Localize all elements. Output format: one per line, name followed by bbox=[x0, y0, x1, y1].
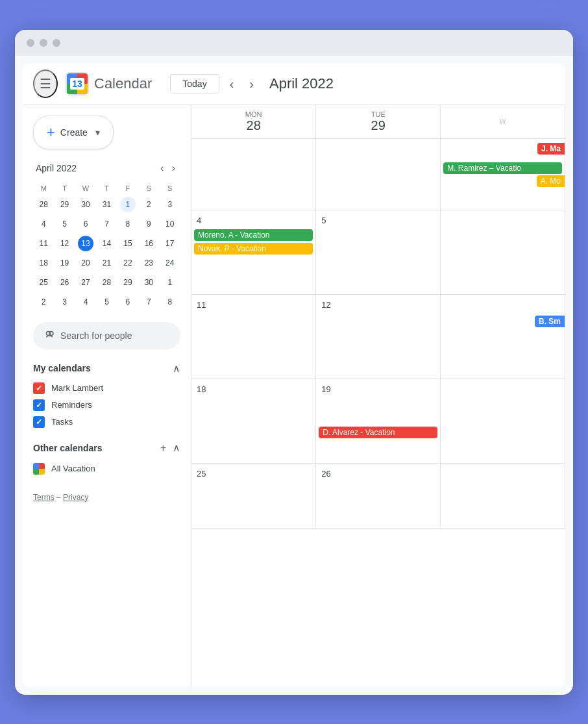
mini-cal-weekday-T2: T bbox=[96, 182, 117, 195]
logo-number: 13 bbox=[70, 78, 84, 90]
calendar-day-apr12[interactable]: 12 bbox=[316, 294, 441, 379]
calendar-day-apr-partial-5[interactable] bbox=[441, 463, 565, 528]
calendar-grid: MON28 TUE29 W bbox=[191, 105, 565, 529]
mini-cal-day[interactable]: 30 bbox=[75, 195, 96, 214]
event-a-mo-partial[interactable]: A. Mo bbox=[537, 175, 565, 187]
mini-cal-day[interactable]: 7 bbox=[96, 214, 117, 234]
event-moreno-vacation[interactable]: Moreno. A - Vacation bbox=[194, 229, 313, 241]
calendar-checkbox-reminders[interactable]: ✓ bbox=[33, 399, 45, 411]
mini-cal-day[interactable]: 31 bbox=[96, 195, 117, 214]
other-calendars-header[interactable]: Other calendars + ∧ bbox=[33, 441, 180, 455]
mini-cal-day[interactable]: 5 bbox=[54, 214, 75, 234]
mini-cal-weekday-T: T bbox=[54, 182, 75, 195]
my-calendar-reminders[interactable]: ✓ Reminders bbox=[33, 397, 180, 414]
my-calendar-tasks[interactable]: ✓ Tasks bbox=[33, 414, 180, 431]
mini-cal-day[interactable]: 1 bbox=[160, 273, 180, 292]
browser-titlebar bbox=[15, 30, 573, 56]
calendar-day-apr11[interactable]: 11 bbox=[191, 294, 316, 379]
mini-cal-day[interactable]: 21 bbox=[96, 253, 117, 273]
mini-cal-week-3: 11 12 13 14 15 16 17 bbox=[33, 234, 180, 253]
mini-cal-day[interactable]: 15 bbox=[117, 234, 138, 253]
my-calendars-header[interactable]: My calendars ∧ bbox=[33, 362, 180, 375]
mini-cal-day-today[interactable]: 13 bbox=[75, 234, 96, 253]
browser-dot-3 bbox=[53, 39, 60, 47]
other-calendar-all-vacation[interactable]: All Vacation bbox=[33, 460, 180, 477]
mini-cal-day[interactable]: 4 bbox=[33, 214, 54, 234]
mini-cal-day[interactable]: 5 bbox=[96, 292, 117, 312]
mini-cal-nav-buttons: ‹ › bbox=[158, 160, 178, 177]
next-month-button[interactable]: › bbox=[244, 73, 259, 95]
mini-cal-day[interactable]: 26 bbox=[54, 273, 75, 292]
calendar-day-apr-partial-4[interactable] bbox=[441, 379, 565, 463]
calendar-checkbox-mark-lambert[interactable]: ✓ bbox=[33, 382, 45, 394]
mini-cal-day[interactable]: 14 bbox=[96, 234, 117, 253]
mini-cal-day[interactable]: 10 bbox=[160, 214, 180, 234]
terms-link[interactable]: Terms bbox=[33, 493, 55, 502]
mini-cal-day[interactable]: 17 bbox=[160, 234, 180, 253]
mini-cal-next-button[interactable]: › bbox=[169, 160, 178, 177]
calendar-checkbox-tasks[interactable]: ✓ bbox=[33, 416, 45, 428]
calendar-day-apr18[interactable]: 18 bbox=[191, 379, 316, 463]
privacy-link[interactable]: Privacy bbox=[63, 493, 88, 502]
mini-cal-day[interactable]: 28 bbox=[33, 195, 54, 214]
calendar-day-apr5[interactable]: 5 bbox=[316, 210, 441, 294]
mini-cal-day[interactable]: 6 bbox=[117, 292, 138, 312]
calendar-day-apr25[interactable]: 25 bbox=[191, 463, 316, 528]
mini-cal-day[interactable]: 22 bbox=[117, 253, 138, 273]
calendar-day-mar29[interactable] bbox=[316, 138, 441, 210]
mini-cal-prev-button[interactable]: ‹ bbox=[158, 160, 166, 177]
mini-cal-day[interactable]: 30 bbox=[138, 273, 159, 292]
mini-cal-day[interactable]: 29 bbox=[117, 273, 138, 292]
mini-cal-day[interactable]: 8 bbox=[160, 292, 180, 312]
mini-cal-day[interactable]: 28 bbox=[96, 273, 117, 292]
calendar-grid-week-2: 4 Moreno. A - Vacation Novak. P - Vacati… bbox=[191, 210, 565, 294]
mini-cal-day[interactable]: 27 bbox=[75, 273, 96, 292]
event-d-alvarez-vacation[interactable]: D. Alvarez - Vacation bbox=[319, 427, 437, 438]
mini-cal-day[interactable]: 16 bbox=[138, 234, 159, 253]
check-icon: ✓ bbox=[36, 384, 42, 393]
calendar-day-apr4[interactable]: 4 Moreno. A - Vacation Novak. P - Vacati… bbox=[191, 210, 316, 294]
calendar-day-apr26[interactable]: 26 bbox=[316, 463, 441, 528]
mini-cal-day[interactable]: 11 bbox=[33, 234, 54, 253]
calendar-day-mar28[interactable] bbox=[191, 138, 316, 210]
hamburger-menu-button[interactable]: ☰ bbox=[33, 69, 58, 98]
mini-cal-week-4: 18 19 20 21 22 23 24 bbox=[33, 253, 180, 273]
create-button[interactable]: + Create ▾ bbox=[33, 116, 114, 149]
mini-cal-day[interactable]: 12 bbox=[54, 234, 75, 253]
calendar-day-apr19[interactable]: 19 D. Alvarez - Vacation bbox=[316, 379, 441, 463]
calendar-day-apr-partial-3[interactable]: B. Sm bbox=[441, 294, 565, 379]
event-novak-vacation[interactable]: Novak. P - Vacation bbox=[194, 243, 313, 255]
mini-cal-day[interactable]: 20 bbox=[75, 253, 96, 273]
mini-cal-day[interactable]: 29 bbox=[54, 195, 75, 214]
event-b-smith-partial[interactable]: B. Sm bbox=[535, 316, 565, 327]
calendar-day-apr-partial-2[interactable] bbox=[441, 210, 565, 294]
event-j-martinez-partial[interactable]: J. Ma bbox=[537, 143, 565, 155]
header-nav: Today ‹ › April 2022 bbox=[170, 73, 334, 95]
event-m-ramirez-vacation[interactable]: M. Ramirez – Vacatio bbox=[443, 162, 562, 174]
mini-cal-day[interactable]: 2 bbox=[138, 195, 159, 214]
calendar-checkbox-all-vacation[interactable] bbox=[33, 463, 45, 475]
mini-cal-weekday-F: F bbox=[117, 182, 138, 195]
calendar-label-all-vacation: All Vacation bbox=[51, 464, 95, 473]
other-calendars-add-icon[interactable]: + bbox=[156, 441, 170, 455]
search-people-input[interactable]: Search for people bbox=[33, 322, 180, 349]
mini-cal-day[interactable]: 8 bbox=[117, 214, 138, 234]
mini-cal-day[interactable]: 18 bbox=[33, 253, 54, 273]
prev-month-button[interactable]: ‹ bbox=[225, 73, 239, 95]
my-calendar-mark-lambert[interactable]: ✓ Mark Lambert bbox=[33, 380, 180, 397]
mini-cal-day[interactable]: 1 bbox=[117, 195, 138, 214]
mini-cal-day[interactable]: 3 bbox=[160, 195, 180, 214]
mini-cal-day[interactable]: 4 bbox=[75, 292, 96, 312]
mini-cal-day[interactable]: 19 bbox=[54, 253, 75, 273]
mini-cal-day[interactable]: 7 bbox=[138, 292, 159, 312]
mini-cal-day[interactable]: 6 bbox=[75, 214, 96, 234]
mini-cal-day[interactable]: 2 bbox=[33, 292, 54, 312]
mini-cal-day[interactable]: 9 bbox=[138, 214, 159, 234]
mini-cal-day[interactable]: 23 bbox=[138, 253, 159, 273]
mini-cal-day[interactable]: 25 bbox=[33, 273, 54, 292]
mini-cal-day[interactable]: 24 bbox=[160, 253, 180, 273]
today-button[interactable]: Today bbox=[170, 74, 219, 94]
mini-cal-day[interactable]: 3 bbox=[54, 292, 75, 312]
calendar-grid-container: MON28 TUE29 W bbox=[191, 105, 565, 687]
calendar-day-partial-1[interactable]: J. Ma M. Ramirez – Vacatio A. Mo bbox=[441, 138, 565, 210]
